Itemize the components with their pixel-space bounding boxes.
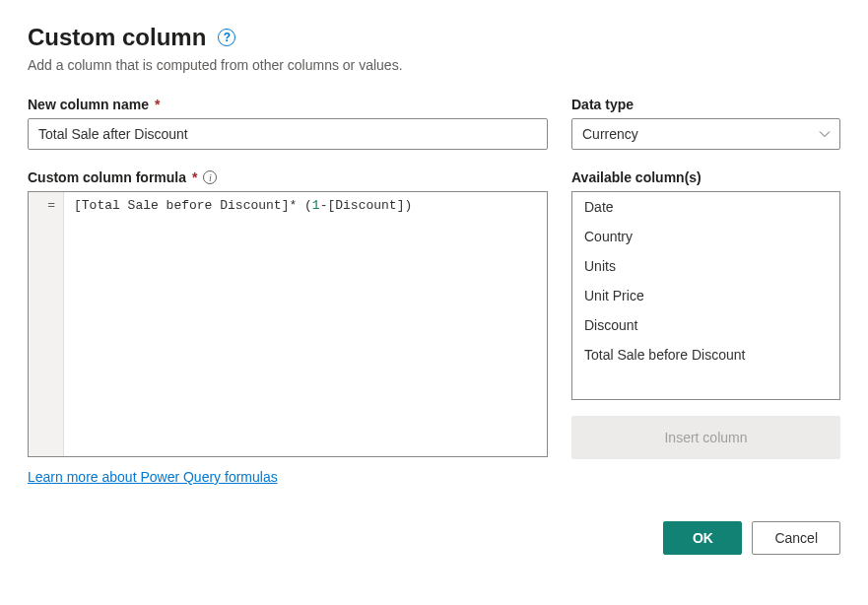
cancel-button[interactable]: Cancel	[752, 521, 840, 555]
formula-editor[interactable]: = [Total Sale before Discount]* (1-[Disc…	[28, 191, 548, 457]
page-title: Custom column	[28, 24, 206, 51]
formula-code[interactable]: [Total Sale before Discount]* (1-[Discou…	[64, 192, 547, 456]
available-columns-list: Date Country Units Unit Price Discount T…	[571, 191, 840, 400]
required-indicator: *	[192, 169, 197, 185]
data-type-label: Data type	[571, 97, 840, 112]
page-subtitle: Add a column that is computed from other…	[28, 57, 840, 73]
learn-more-link[interactable]: Learn more about Power Query formulas	[28, 469, 278, 485]
list-item[interactable]: Country	[572, 222, 839, 251]
insert-column-button: Insert column	[571, 416, 840, 459]
info-icon[interactable]: i	[203, 170, 217, 184]
data-type-select[interactable]: Currency	[571, 118, 840, 150]
ok-button[interactable]: OK	[663, 521, 742, 555]
new-column-name-input[interactable]	[28, 118, 548, 150]
list-item[interactable]: Units	[572, 251, 839, 281]
list-item[interactable]: Discount	[572, 310, 839, 340]
help-icon[interactable]: ?	[218, 29, 235, 46]
list-item[interactable]: Date	[572, 192, 839, 222]
required-indicator: *	[155, 97, 160, 112]
list-item[interactable]: Unit Price	[572, 281, 839, 310]
custom-formula-label: Custom column formula * i	[28, 169, 548, 185]
new-column-name-label: New column name *	[28, 97, 548, 112]
available-columns-label: Available column(s)	[571, 169, 840, 185]
list-item[interactable]: Total Sale before Discount	[572, 340, 839, 370]
formula-gutter: =	[29, 192, 64, 456]
